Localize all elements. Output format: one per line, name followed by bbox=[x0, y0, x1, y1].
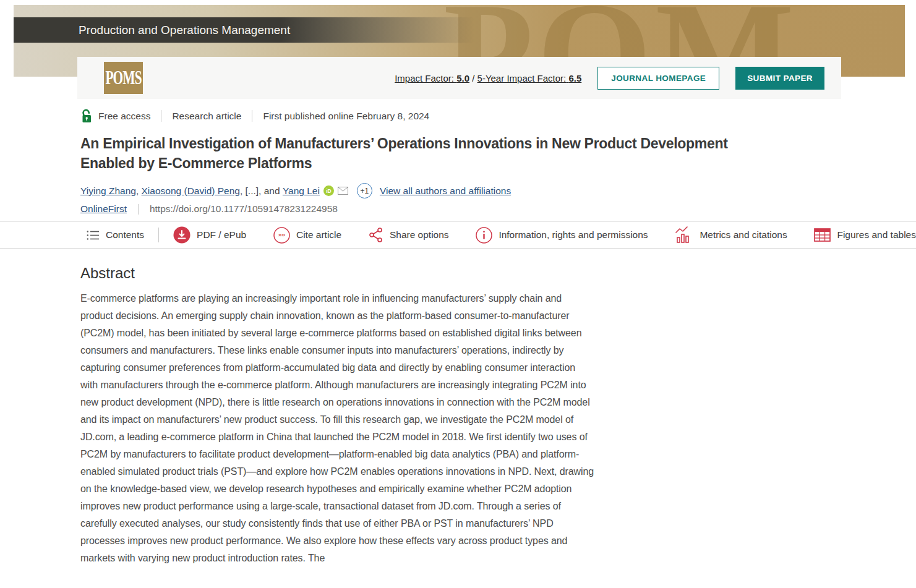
article-type-label: Research article bbox=[172, 111, 241, 122]
five-year-impact-factor-link[interactable]: 5-Year Impact Factor: 6.5 bbox=[477, 73, 582, 83]
toolbar-item-contents[interactable]: Contents bbox=[87, 229, 144, 241]
article-title: An Empirical Investigation of Manufactur… bbox=[80, 134, 773, 173]
journal-info-bar: POMS Impact Factor: 5.0 / 5-Year Impact … bbox=[77, 57, 841, 99]
author-link-2[interactable]: Xiaosong (David) Peng bbox=[142, 185, 240, 197]
metrics-icon bbox=[675, 226, 693, 244]
toolbar-item-label: Metrics and citations bbox=[700, 229, 787, 241]
poms-logo[interactable]: POMS bbox=[104, 62, 143, 94]
author-link-1[interactable]: Yiying Zhang bbox=[80, 185, 136, 197]
toolbar-item-figures[interactable]: Figures and tables bbox=[814, 228, 916, 242]
article-toolbar: Contents PDF / ePub ”” Cite article Shar… bbox=[0, 221, 916, 249]
orcid-icon[interactable]: iD bbox=[323, 185, 334, 196]
abstract-heading: Abstract bbox=[80, 265, 135, 282]
access-type-label: Free access bbox=[98, 111, 150, 122]
toolbar-item-label: Figures and tables bbox=[837, 229, 916, 241]
submit-paper-button[interactable]: SUBMIT PAPER bbox=[735, 67, 824, 90]
toolbar-item-label: PDF / ePub bbox=[197, 229, 246, 241]
download-icon bbox=[173, 226, 190, 244]
quote-icon: ”” bbox=[273, 227, 290, 244]
divider bbox=[138, 204, 139, 215]
doi-text: https://doi.org/10.1177/1059147823122495… bbox=[150, 203, 338, 215]
toolbar-item-label: Share options bbox=[390, 229, 449, 241]
poms-logo-text: POMS bbox=[105, 66, 141, 90]
five-year-impact-factor-value: 6.5 bbox=[568, 73, 581, 83]
divider bbox=[158, 228, 159, 242]
impact-factor-value: 5.0 bbox=[456, 73, 469, 83]
impact-factor-link[interactable]: Impact Factor: 5.0 bbox=[395, 73, 469, 83]
toolbar-item-metrics[interactable]: Metrics and citations bbox=[675, 226, 787, 244]
contents-list-icon bbox=[87, 230, 100, 241]
author-link-3[interactable]: Yang Lei bbox=[283, 185, 320, 197]
toolbar-item-information[interactable]: Information, rights and permissions bbox=[476, 227, 648, 244]
divider bbox=[252, 110, 252, 122]
author-separator: , bbox=[136, 185, 142, 197]
toolbar-item-pdf-epub[interactable]: PDF / ePub bbox=[173, 226, 246, 244]
online-first-link[interactable]: OnlineFirst bbox=[80, 203, 127, 215]
toolbar-item-label: Information, rights and permissions bbox=[499, 229, 648, 241]
journal-homepage-button[interactable]: JOURNAL HOMEPAGE bbox=[597, 67, 719, 90]
journal-name-strip: Production and Operations Management bbox=[14, 17, 474, 43]
author-separator: , [...], and bbox=[240, 185, 283, 197]
toolbar-item-label: Cite article bbox=[296, 229, 341, 241]
share-icon bbox=[369, 227, 383, 243]
impact-factor-block: Impact Factor: 5.0 / 5-Year Impact Facto… bbox=[395, 73, 581, 83]
divider bbox=[161, 110, 161, 122]
journal-name: Production and Operations Management bbox=[14, 23, 290, 37]
table-icon bbox=[814, 228, 831, 242]
view-all-authors-link[interactable]: View all authors and affiliations bbox=[380, 185, 511, 197]
five-year-impact-factor-label: 5-Year Impact Factor: bbox=[477, 73, 567, 83]
impact-factor-separator: / bbox=[469, 73, 477, 83]
toolbar-item-label: Contents bbox=[106, 229, 144, 241]
toolbar-item-share[interactable]: Share options bbox=[369, 227, 449, 243]
info-icon bbox=[476, 227, 492, 244]
publication-info-row: OnlineFirst https://doi.org/10.1177/1059… bbox=[80, 203, 338, 215]
authors-row: Yiying Zhang, Xiaosong (David) Peng, [..… bbox=[80, 183, 511, 198]
open-lock-icon bbox=[81, 109, 93, 123]
impact-factor-label: Impact Factor: bbox=[395, 73, 454, 83]
toolbar-item-cite[interactable]: ”” Cite article bbox=[273, 227, 341, 244]
abstract-text: E-commerce platforms are playing an incr… bbox=[80, 290, 595, 567]
article-meta-row: Free access Research article First publi… bbox=[81, 109, 429, 123]
email-envelope-icon[interactable] bbox=[338, 187, 348, 195]
first-published-label: First published online February 8, 2024 bbox=[263, 111, 429, 122]
more-authors-badge[interactable]: +1 bbox=[357, 183, 372, 198]
svg-text:””: ”” bbox=[278, 232, 285, 239]
